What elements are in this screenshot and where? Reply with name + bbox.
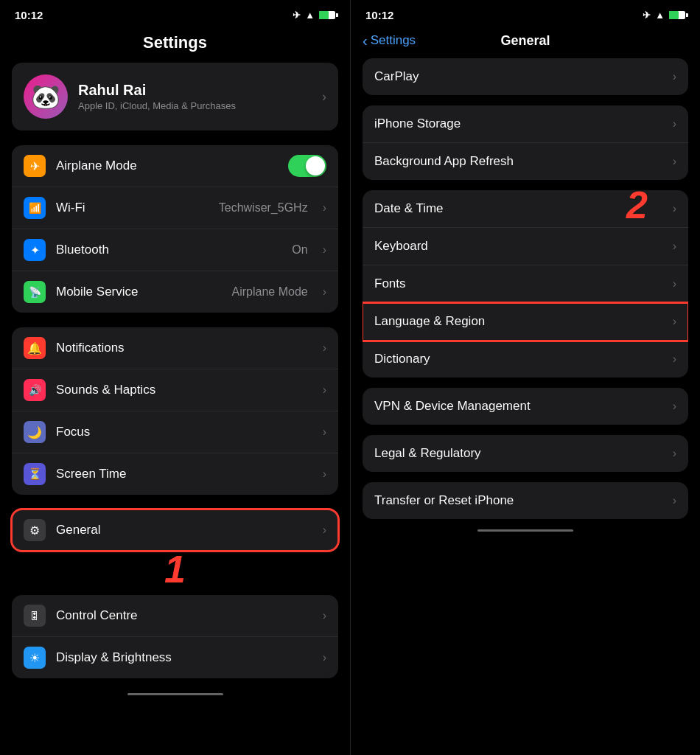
sounds-haptics-row[interactable]: 🔊 Sounds & Haptics ›	[12, 369, 338, 411]
background-app-refresh-chevron-icon: ›	[673, 155, 676, 168]
fonts-label: Fonts	[374, 276, 673, 291]
bluetooth-chevron-icon: ›	[323, 243, 326, 257]
transfer-reset-row[interactable]: Transfer or Reset iPhone ›	[363, 482, 688, 519]
connectivity-group: ✈ Airplane Mode 📶 Wi-Fi Techwiser_5GHz ›	[12, 145, 338, 313]
display-brightness-row[interactable]: ☀ Display & Brightness ›	[12, 637, 338, 678]
right-status-icons: ✈ ▲	[643, 10, 685, 21]
right-scroll-content: CarPlay › iPhone Storage › Background Ap…	[351, 58, 700, 755]
carplay-row[interactable]: CarPlay ›	[363, 58, 688, 95]
airplane-mode-label: Airplane Mode	[56, 159, 278, 173]
notifications-row[interactable]: 🔔 Notifications ›	[12, 327, 338, 369]
legal-regulatory-row[interactable]: Legal & Regulatory ›	[363, 435, 688, 472]
control-centre-label: Control Centre	[56, 608, 312, 623]
language-region-label: Language & Region	[374, 314, 673, 329]
notifications-label: Notifications	[56, 341, 312, 355]
mobile-service-row[interactable]: 📡 Mobile Service Airplane Mode ›	[12, 271, 338, 313]
fonts-row[interactable]: Fonts ›	[363, 265, 688, 303]
keyboard-chevron-icon: ›	[673, 240, 676, 253]
annotation-1-label: 1	[164, 547, 186, 591]
general-label: General	[56, 523, 312, 537]
general-chevron-icon: ›	[323, 523, 326, 537]
carplay-chevron-icon: ›	[673, 70, 676, 83]
iphone-storage-label: iPhone Storage	[374, 116, 673, 131]
bluetooth-row[interactable]: ✦ Bluetooth On ›	[12, 229, 338, 271]
keyboard-label: Keyboard	[374, 239, 673, 254]
left-panel: 10:12 ✈ ▲ Settings 🐼 Rahul Rai Apple ID,…	[0, 0, 350, 755]
right-status-bar: 10:12 ✈ ▲	[351, 0, 700, 27]
airplane-mode-icon: ✈	[24, 155, 46, 177]
battery-icon	[319, 11, 335, 19]
right-group-locale-wrapper: Date & Time › Keyboard › Fonts › Languag…	[363, 190, 688, 378]
profile-chevron-icon: ›	[322, 89, 326, 105]
back-chevron-icon: ‹	[363, 33, 368, 48]
vpn-device-row[interactable]: VPN & Device Management ›	[363, 388, 688, 425]
iphone-storage-row[interactable]: iPhone Storage ›	[363, 105, 688, 143]
right-group-locale: Date & Time › Keyboard › Fonts › Languag…	[363, 190, 688, 378]
control-centre-row[interactable]: 🎛 Control Centre ›	[12, 595, 338, 637]
profile-card[interactable]: 🐼 Rahul Rai Apple ID, iCloud, Media & Pu…	[12, 63, 338, 131]
bluetooth-value: On	[292, 243, 307, 257]
right-group-legal: Legal & Regulatory ›	[363, 435, 688, 472]
fonts-chevron-icon: ›	[673, 277, 676, 290]
right-group-transfer: Transfer or Reset iPhone ›	[363, 482, 688, 519]
left-status-bar: 10:12 ✈ ▲	[0, 0, 350, 27]
settings-group-1: 🔔 Notifications › 🔊 Sounds & Haptics › 🌙…	[12, 327, 338, 495]
vpn-device-label: VPN & Device Management	[374, 399, 673, 414]
sounds-haptics-label: Sounds & Haptics	[56, 383, 312, 397]
screen-time-label: Screen Time	[56, 467, 312, 481]
back-button[interactable]: ‹ Settings	[363, 33, 416, 48]
mobile-service-chevron-icon: ›	[323, 285, 326, 299]
dictionary-row[interactable]: Dictionary ›	[363, 341, 688, 378]
right-wifi-status-icon: ▲	[655, 10, 665, 21]
notifications-icon: 🔔	[24, 337, 46, 359]
profile-name: Rahul Rai	[78, 82, 312, 99]
display-brightness-label: Display & Brightness	[56, 650, 312, 665]
wifi-label: Wi-Fi	[56, 201, 209, 215]
mobile-service-value: Airplane Mode	[232, 285, 308, 299]
general-section-wrapper: ⚙ General › 1	[12, 509, 338, 551]
date-time-row[interactable]: Date & Time ›	[363, 190, 688, 228]
wifi-chevron-icon: ›	[323, 201, 326, 215]
avatar: 🐼	[24, 74, 68, 119]
display-brightness-chevron-icon: ›	[323, 651, 326, 664]
scroll-indicator	[127, 693, 223, 695]
general-row[interactable]: ⚙ General ›	[12, 509, 338, 551]
profile-subtitle: Apple ID, iCloud, Media & Purchases	[78, 100, 312, 111]
wifi-row[interactable]: 📶 Wi-Fi Techwiser_5GHz ›	[12, 187, 338, 229]
right-group-carplay: CarPlay ›	[363, 58, 688, 95]
left-page-title: Settings	[0, 27, 350, 63]
keyboard-row[interactable]: Keyboard ›	[363, 228, 688, 265]
iphone-storage-chevron-icon: ›	[673, 117, 676, 131]
left-time: 10:12	[15, 9, 43, 21]
airplane-mode-row[interactable]: ✈ Airplane Mode	[12, 145, 338, 187]
focus-label: Focus	[56, 425, 312, 439]
screen-time-icon: ⏳	[24, 463, 46, 485]
language-region-row[interactable]: Language & Region ›	[363, 303, 688, 341]
carplay-label: CarPlay	[374, 69, 673, 84]
avatar-emoji: 🐼	[31, 83, 60, 111]
mobile-service-icon: 📡	[24, 281, 46, 303]
background-app-refresh-row[interactable]: Background App Refresh ›	[363, 143, 688, 180]
focus-chevron-icon: ›	[323, 425, 326, 439]
profile-info: Rahul Rai Apple ID, iCloud, Media & Purc…	[78, 82, 312, 111]
control-centre-chevron-icon: ›	[323, 609, 326, 622]
toggle-knob	[306, 156, 325, 175]
right-group-vpn: VPN & Device Management ›	[363, 388, 688, 425]
back-label: Settings	[371, 33, 416, 48]
right-page-title: General	[500, 33, 550, 49]
dictionary-chevron-icon: ›	[673, 352, 676, 366]
right-group-storage: iPhone Storage › Background App Refresh …	[363, 105, 688, 180]
vpn-device-chevron-icon: ›	[673, 400, 676, 413]
right-scroll-indicator	[477, 529, 573, 532]
legal-regulatory-chevron-icon: ›	[673, 447, 676, 460]
focus-row[interactable]: 🌙 Focus ›	[12, 411, 338, 453]
right-time: 10:12	[365, 9, 393, 21]
settings-group-3: 🎛 Control Centre › ☀ Display & Brightnes…	[12, 595, 338, 678]
airplane-mode-toggle[interactable]	[288, 155, 326, 177]
display-brightness-icon: ☀	[24, 647, 46, 669]
left-scroll-content: 🐼 Rahul Rai Apple ID, iCloud, Media & Pu…	[0, 63, 350, 755]
airplane-status-icon: ✈	[293, 10, 301, 21]
transfer-reset-label: Transfer or Reset iPhone	[374, 493, 673, 508]
screen-time-row[interactable]: ⏳ Screen Time ›	[12, 453, 338, 495]
right-battery-icon	[669, 11, 685, 19]
